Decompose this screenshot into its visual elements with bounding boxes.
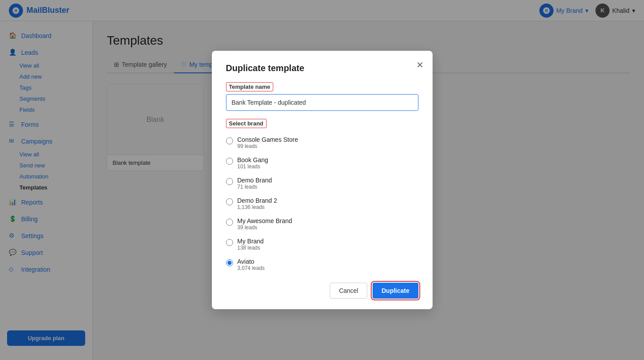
duplicate-template-modal: Duplicate template ✕ Template name Selec… xyxy=(212,51,433,183)
template-name-input[interactable] xyxy=(226,94,418,111)
brand-list: Console Games Store 99 leads Book Gang 1… xyxy=(226,133,418,183)
brand-name-demo: Demo Brand xyxy=(237,177,272,183)
brand-option-console[interactable]: Console Games Store 99 leads xyxy=(226,133,418,153)
brand-leads-console: 99 leads xyxy=(237,143,298,149)
brand-radio-console[interactable] xyxy=(226,137,233,144)
brand-option-bookgang[interactable]: Book Gang 101 leads xyxy=(226,153,418,173)
modal-title: Duplicate template xyxy=(226,63,418,73)
modal-close-button[interactable]: ✕ xyxy=(416,60,424,70)
brand-radio-bookgang[interactable] xyxy=(226,158,233,165)
brand-name-bookgang: Book Gang xyxy=(237,156,268,163)
select-brand-label: Select brand xyxy=(226,119,267,128)
brand-leads-bookgang: 101 leads xyxy=(237,163,268,170)
brand-option-demo[interactable]: Demo Brand 71 leads xyxy=(226,173,418,183)
modal-overlay: Duplicate template ✕ Template name Selec… xyxy=(0,0,644,183)
brand-name-console: Console Games Store xyxy=(237,136,298,143)
brand-radio-demo[interactable] xyxy=(226,178,233,183)
template-name-label: Template name xyxy=(226,82,274,91)
